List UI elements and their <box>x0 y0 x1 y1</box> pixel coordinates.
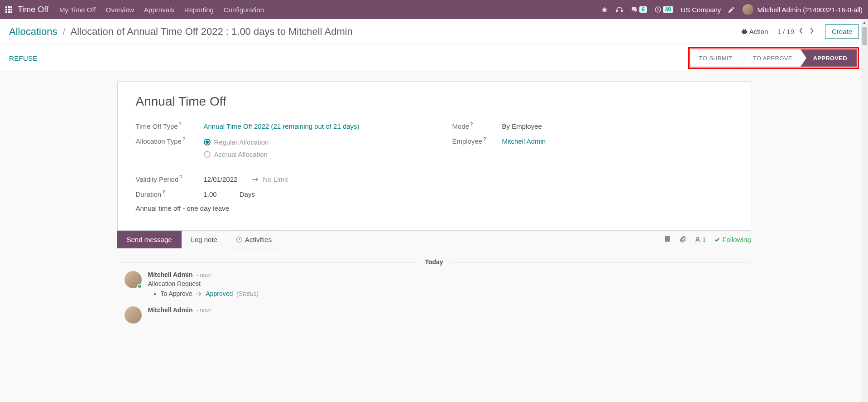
label-duration: Duration? <box>136 189 204 198</box>
field-duration-number[interactable]: 1.00 <box>204 190 217 198</box>
activities-icon[interactable]: 49 <box>654 6 673 13</box>
label-allocation-type: Allocation Type? <box>136 136 204 145</box>
help-icon[interactable]: ? <box>470 121 473 127</box>
apps-icon[interactable] <box>5 6 12 13</box>
app-title[interactable]: Time Off <box>18 5 48 15</box>
label-validity-period: Validity Period? <box>136 174 204 183</box>
tab-send-message[interactable]: Send message <box>117 231 182 248</box>
scrollbar-thumb[interactable] <box>862 27 867 45</box>
field-validity-from[interactable]: 12/01/2022 <box>204 175 238 183</box>
nav-approvals[interactable]: Approvals <box>144 6 174 14</box>
followers-button[interactable]: 1 <box>695 236 706 243</box>
breadcrumb: Allocations / Allocation of Annual Time … <box>9 26 353 38</box>
field-description[interactable]: Annual time off - one day leave <box>136 204 416 212</box>
tracking-old-value: To Approve <box>161 290 192 297</box>
messaging-badge: 6 <box>639 6 647 13</box>
form-right-column: Mode? By Employee Employee? Mitchell Adm… <box>452 121 733 212</box>
bug-icon[interactable] <box>601 6 608 13</box>
attachment-icon[interactable] <box>679 235 686 244</box>
record-title[interactable]: Annual Time Off <box>136 94 733 109</box>
tracking-new-value: Approved <box>206 290 233 297</box>
message-author[interactable]: Mitchell Admin <box>148 306 193 314</box>
chatter-tabs: Send message Log note Activities 1 Follo… <box>117 231 751 248</box>
breadcrumb-separator: / <box>63 26 66 37</box>
pager: 1 / 19 <box>777 28 816 36</box>
field-allocation-type: Regular Allocation Accrual Allocation <box>204 138 416 163</box>
avatar[interactable] <box>125 306 142 324</box>
action-dropdown[interactable]: Action <box>741 28 768 35</box>
status-step-approved[interactable]: APPROVED <box>801 49 857 67</box>
refuse-button[interactable]: REFUSE <box>9 54 38 62</box>
user-name: Mitchell Admin (21490321-16-0-all) <box>757 6 863 14</box>
presence-online-icon <box>137 284 142 289</box>
label-mode: Mode? <box>452 121 502 130</box>
nav-reporting[interactable]: Reporting <box>184 6 214 14</box>
tab-log-note[interactable]: Log note <box>182 231 227 248</box>
pager-prev[interactable] <box>797 28 805 36</box>
gear-icon <box>741 29 748 35</box>
activities-badge: 49 <box>663 6 673 13</box>
status-step-to-approve[interactable]: TO APPROVE <box>740 49 801 67</box>
book-icon[interactable] <box>664 235 671 244</box>
cp-right: Action 1 / 19 Create <box>741 24 859 39</box>
followers-count-value: 1 <box>702 236 706 243</box>
navbar: Time Off My Time Off Overview Approvals … <box>0 0 868 19</box>
message: Mitchell Admin - now <box>117 306 751 324</box>
arrow-right-icon <box>251 175 259 183</box>
chatter-date-divider: Today <box>117 258 751 266</box>
pager-next[interactable] <box>808 28 816 36</box>
message-time: - now <box>196 271 211 278</box>
field-validity-to[interactable]: No Limit <box>263 175 288 183</box>
nav-menu: My Time Off Overview Approvals Reporting… <box>59 6 601 14</box>
form-sheet: Annual Time Off Time Off Type? Annual Ti… <box>117 81 751 231</box>
user-menu[interactable]: Mitchell Admin (21490321-16-0-all) <box>743 4 863 15</box>
avatar[interactable] <box>125 271 142 288</box>
nav-my-time-off[interactable]: My Time Off <box>59 6 96 14</box>
nav-configuration[interactable]: Configuration <box>224 6 264 14</box>
radio-regular-allocation[interactable]: Regular Allocation <box>204 138 416 146</box>
help-icon[interactable]: ? <box>179 174 182 180</box>
tools-icon[interactable] <box>728 6 735 13</box>
user-avatar <box>743 4 753 15</box>
field-time-off-type[interactable]: Annual Time Off 2022 (21 remaining out o… <box>204 122 360 130</box>
message-author[interactable]: Mitchell Admin <box>148 271 193 278</box>
help-icon[interactable]: ? <box>483 136 486 142</box>
systray: 6 49 US Company Mitchell Admin (21490321… <box>601 4 863 15</box>
sheet-background: Annual Time Off Time Off Type? Annual Ti… <box>0 72 868 231</box>
scrollbar-up-icon[interactable]: ▲ <box>861 19 868 26</box>
status-steps-highlight: TO SUBMIT TO APPROVE APPROVED <box>688 47 859 69</box>
tracking-row: To Approve Approved (Status) <box>161 290 751 297</box>
messaging-icon[interactable]: 6 <box>631 6 647 13</box>
field-mode[interactable]: By Employee <box>502 122 733 130</box>
help-icon[interactable]: ? <box>179 121 182 127</box>
breadcrumb-current: Allocation of Annual Time Off 2022 : 1.0… <box>71 26 353 37</box>
control-panel: Allocations / Allocation of Annual Time … <box>0 19 868 44</box>
message: Mitchell Admin - now Allocation Request … <box>117 271 751 297</box>
message-subject: Allocation Request <box>148 280 751 287</box>
status-steps: TO SUBMIT TO APPROVE APPROVED <box>691 49 857 67</box>
field-employee[interactable]: Mitchell Admin <box>502 137 546 145</box>
svg-line-3 <box>606 9 607 10</box>
field-duration-unit: Days <box>240 190 255 198</box>
create-button[interactable]: Create <box>825 24 859 39</box>
following-button[interactable]: Following <box>714 236 751 243</box>
company-switcher[interactable]: US Company <box>681 6 721 14</box>
help-icon[interactable]: ? <box>162 189 165 195</box>
chatter: Send message Log note Activities 1 Follo… <box>117 231 751 324</box>
svg-rect-7 <box>621 10 623 12</box>
svg-point-10 <box>696 237 699 239</box>
status-step-to-submit[interactable]: TO SUBMIT <box>691 49 740 67</box>
svg-rect-6 <box>616 10 618 12</box>
scrollbar[interactable]: ▲ <box>861 19 868 333</box>
tab-activities[interactable]: Activities <box>227 231 281 248</box>
help-icon[interactable]: ? <box>182 136 185 142</box>
breadcrumb-root[interactable]: Allocations <box>9 26 57 37</box>
radio-accrual-allocation[interactable]: Accrual Allocation <box>204 150 416 158</box>
pager-value[interactable]: 1 / 19 <box>777 28 794 35</box>
arrow-right-icon <box>196 290 204 297</box>
tracking-field: (Status) <box>236 290 259 297</box>
svg-point-0 <box>603 8 606 12</box>
support-icon[interactable] <box>615 5 623 14</box>
label-time-off-type: Time Off Type? <box>136 121 204 130</box>
nav-overview[interactable]: Overview <box>106 6 134 14</box>
